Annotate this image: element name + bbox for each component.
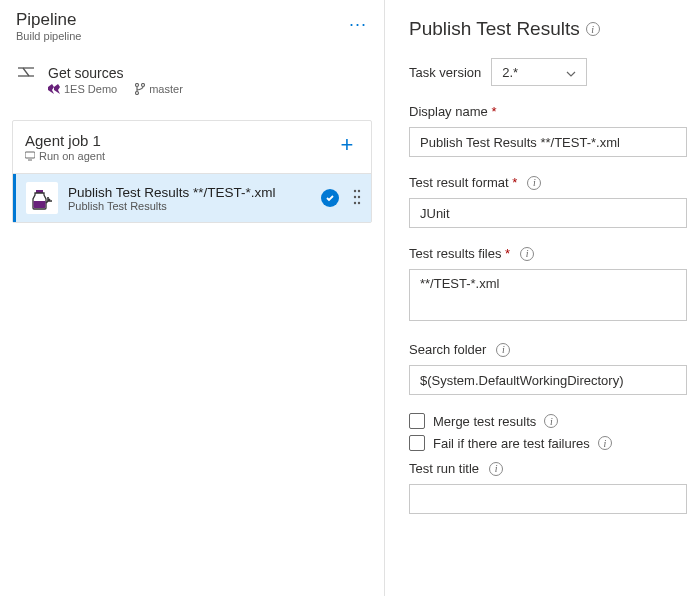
repo-icon bbox=[48, 84, 60, 94]
branch-icon bbox=[135, 83, 145, 95]
details-title-row: Publish Test Results i bbox=[409, 18, 699, 40]
info-icon[interactable]: i bbox=[544, 414, 558, 428]
task-version-label: Task version bbox=[409, 65, 481, 80]
svg-point-10 bbox=[354, 195, 356, 197]
agent-icon bbox=[25, 151, 35, 161]
branch-name: master bbox=[149, 83, 183, 95]
details-title: Publish Test Results bbox=[409, 18, 580, 40]
pipeline-title: Pipeline bbox=[16, 10, 81, 30]
svg-rect-6 bbox=[25, 152, 35, 158]
test-run-title-label: Test run title bbox=[409, 461, 479, 476]
svg-point-9 bbox=[358, 189, 360, 191]
test-result-format-input[interactable] bbox=[409, 198, 687, 228]
test-result-format-label: Test result format * bbox=[409, 175, 517, 190]
svg-point-5 bbox=[136, 92, 139, 95]
task-drag-handle[interactable] bbox=[349, 188, 365, 209]
info-icon[interactable]: i bbox=[496, 343, 510, 357]
more-actions-button[interactable]: ··· bbox=[342, 10, 374, 38]
get-sources-row[interactable]: Get sources 1ES Demo master bbox=[0, 56, 384, 104]
svg-point-4 bbox=[142, 84, 145, 87]
fail-on-failures-label: Fail if there are test failures bbox=[433, 436, 590, 451]
task-version-select[interactable]: 2.* bbox=[491, 58, 587, 86]
svg-point-13 bbox=[358, 201, 360, 203]
task-status-check-icon bbox=[321, 189, 339, 207]
display-name-input[interactable] bbox=[409, 127, 687, 157]
search-folder-input[interactable] bbox=[409, 365, 687, 395]
details-panel: Publish Test Results i Task version 2.* … bbox=[385, 0, 699, 596]
repo-name: 1ES Demo bbox=[64, 83, 117, 95]
merge-results-label: Merge test results bbox=[433, 414, 536, 429]
add-task-button[interactable]: + bbox=[333, 132, 361, 158]
svg-point-3 bbox=[136, 84, 139, 87]
pipeline-subtitle: Build pipeline bbox=[16, 30, 81, 42]
task-row-publish-test-results[interactable]: Publish Test Results **/TEST-*.xml Publi… bbox=[13, 174, 371, 222]
info-icon[interactable]: i bbox=[489, 462, 503, 476]
agent-job-title: Agent job 1 bbox=[25, 132, 105, 149]
info-icon[interactable]: i bbox=[586, 22, 600, 36]
task-icon bbox=[26, 182, 58, 214]
agent-job-subtitle: Run on agent bbox=[25, 150, 105, 162]
task-subtitle: Publish Test Results bbox=[68, 200, 311, 212]
svg-line-2 bbox=[23, 68, 29, 76]
merge-results-checkbox[interactable] bbox=[409, 413, 425, 429]
task-version-value: 2.* bbox=[502, 65, 518, 80]
svg-point-11 bbox=[358, 195, 360, 197]
chevron-down-icon bbox=[566, 65, 576, 80]
svg-point-12 bbox=[354, 201, 356, 203]
fail-on-failures-checkbox[interactable] bbox=[409, 435, 425, 451]
repo-info: 1ES Demo bbox=[48, 83, 117, 95]
test-results-files-input[interactable] bbox=[409, 269, 687, 321]
svg-point-8 bbox=[354, 189, 356, 191]
test-results-files-label: Test results files * bbox=[409, 246, 510, 261]
agent-job-header[interactable]: Agent job 1 Run on agent + bbox=[13, 121, 371, 174]
pipeline-panel: Pipeline Build pipeline ··· Get sources … bbox=[0, 0, 385, 596]
get-sources-icon bbox=[16, 65, 36, 79]
agent-job-panel: Agent job 1 Run on agent + Publish Test … bbox=[12, 120, 372, 223]
display-name-label: Display name * bbox=[409, 104, 496, 119]
info-icon[interactable]: i bbox=[527, 176, 541, 190]
pipeline-header: Pipeline Build pipeline ··· bbox=[0, 10, 384, 56]
branch-info: master bbox=[135, 83, 183, 95]
info-icon[interactable]: i bbox=[520, 247, 534, 261]
info-icon[interactable]: i bbox=[598, 436, 612, 450]
task-title: Publish Test Results **/TEST-*.xml bbox=[68, 185, 311, 200]
search-folder-label: Search folder bbox=[409, 342, 486, 357]
test-run-title-input[interactable] bbox=[409, 484, 687, 514]
get-sources-title: Get sources bbox=[48, 65, 183, 81]
